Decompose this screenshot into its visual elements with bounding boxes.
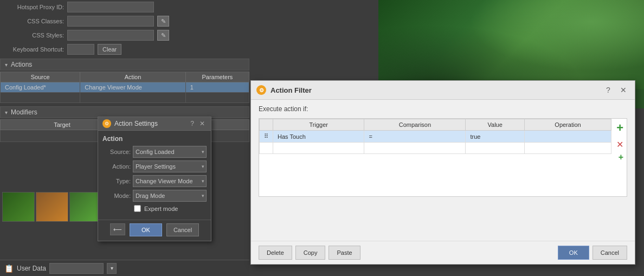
table-row[interactable]: ⠿ Has Touch = true bbox=[260, 131, 611, 143]
action-settings-footer: ⟵ OK Cancel bbox=[98, 220, 211, 241]
expert-mode-checkbox[interactable] bbox=[134, 205, 141, 212]
action-settings-body: Action Source: Config Loaded On Click On… bbox=[98, 131, 211, 220]
keyboard-shortcut-label: Keyboard Shortcut: bbox=[4, 46, 64, 53]
action-filter-help-button[interactable]: ? bbox=[602, 84, 614, 96]
action-filter-cancel-button[interactable]: Cancel bbox=[593, 246, 627, 260]
mode-select-wrapper: Drag Mode Auto Mode VR Mode ▾ bbox=[133, 190, 207, 202]
actions-col-parameters: Parameters bbox=[185, 72, 249, 82]
source-label: Source: bbox=[102, 149, 131, 155]
actions-arrow-icon: ▾ bbox=[5, 62, 8, 68]
af-footer-right-buttons: OK Cancel bbox=[558, 246, 627, 260]
action-select[interactable]: Player Settings Change Viewer Mode Play … bbox=[133, 161, 207, 172]
af-operation-cell bbox=[524, 143, 611, 154]
af-value-cell: true bbox=[466, 131, 525, 143]
actions-table: Source Action Parameters Config Loaded* … bbox=[0, 72, 249, 103]
expert-mode-row: Expert mode bbox=[102, 205, 207, 212]
af-row-delete-button[interactable]: ✕ bbox=[616, 139, 623, 150]
af-col-comparison: Comparison bbox=[364, 119, 466, 131]
type-select[interactable]: Change Viewer Mode Start Tour Stop Tour bbox=[133, 175, 207, 187]
action-settings-dialog: ⚙ Action Settings ? ✕ Action Source: Con… bbox=[98, 117, 211, 241]
action-select-wrapper: Player Settings Change Viewer Mode Play … bbox=[133, 161, 207, 172]
action-settings-help-button[interactable]: ? bbox=[189, 120, 196, 127]
action-filter-title: Action Filter bbox=[271, 86, 312, 94]
action-settings-left-icon-button[interactable]: ⟵ bbox=[110, 223, 125, 235]
af-row-add-row-button[interactable]: + bbox=[619, 152, 623, 162]
action-filter-body: Execute action if: + Trigger Comparison … bbox=[251, 100, 635, 202]
af-col-value: Value bbox=[466, 119, 525, 131]
mode-select[interactable]: Drag Mode Auto Mode VR Mode bbox=[133, 190, 207, 202]
action-filter-copy-button[interactable]: Copy bbox=[295, 246, 326, 260]
action-filter-paste-button[interactable]: Paste bbox=[329, 246, 360, 260]
action-source-cell: Config Loaded* bbox=[1, 82, 80, 93]
css-styles-row: CSS Styles: ✎ bbox=[0, 28, 249, 42]
action-filter-add-button[interactable]: + bbox=[616, 121, 623, 135]
action-settings-title-content: ⚙ Action Settings bbox=[102, 119, 158, 128]
css-styles-input[interactable] bbox=[67, 30, 154, 41]
bottom-search-input[interactable] bbox=[49, 263, 104, 274]
action-filter-execute-label: Execute action if: bbox=[259, 105, 627, 113]
af-value-cell bbox=[466, 143, 525, 154]
action-filter-title-content: ⚙ Action Filter bbox=[256, 85, 312, 95]
action-parameters-cell: 1 bbox=[185, 82, 249, 93]
type-label: Type: bbox=[102, 178, 131, 184]
thumbnail[interactable] bbox=[36, 192, 68, 222]
action-settings-cancel-button[interactable]: Cancel bbox=[166, 223, 199, 236]
mode-field-row: Mode: Drag Mode Auto Mode VR Mode ▾ bbox=[102, 190, 207, 202]
css-classes-label: CSS Classes: bbox=[4, 18, 64, 24]
actions-section-label: Actions bbox=[11, 61, 32, 68]
action-filter-dialog: ⚙ Action Filter ? ✕ Execute action if: +… bbox=[250, 80, 635, 265]
thumbnail[interactable] bbox=[69, 192, 102, 222]
action-settings-icon: ⚙ bbox=[102, 119, 111, 128]
hotspot-proxy-label: Hotspot Proxy ID: bbox=[4, 4, 64, 10]
css-styles-edit-button[interactable]: ✎ bbox=[157, 30, 169, 41]
user-data-icon: 📋 bbox=[4, 264, 14, 273]
css-classes-edit-button[interactable]: ✎ bbox=[157, 16, 169, 27]
action-filter-table: Trigger Comparison Value Operation ⠿ Has… bbox=[259, 119, 611, 154]
action-label: Action: bbox=[102, 163, 131, 170]
type-field-row: Type: Change Viewer Mode Start Tour Stop… bbox=[102, 175, 207, 187]
table-row[interactable] bbox=[260, 143, 611, 154]
source-select-wrapper: Config Loaded On Click On Load ▾ bbox=[133, 146, 207, 158]
af-footer-left-buttons: Delete Copy Paste bbox=[259, 246, 360, 260]
bottom-dropdown-button[interactable]: ▾ bbox=[107, 263, 117, 274]
af-trigger-cell bbox=[273, 143, 364, 154]
action-filter-ok-button[interactable]: OK bbox=[558, 246, 589, 260]
action-settings-title-bar: ⚙ Action Settings ? ✕ bbox=[98, 117, 211, 131]
modifiers-arrow-icon: ▾ bbox=[5, 110, 8, 115]
af-col-handle bbox=[260, 119, 273, 131]
modifiers-section-label: Modifiers bbox=[11, 108, 37, 116]
action-action-cell bbox=[80, 93, 186, 103]
source-field-row: Source: Config Loaded On Click On Load ▾ bbox=[102, 146, 207, 158]
action-filter-title-bar: ⚙ Action Filter ? ✕ bbox=[251, 81, 635, 100]
keyboard-shortcut-input[interactable] bbox=[67, 44, 94, 55]
thumbnail[interactable] bbox=[2, 192, 35, 222]
action-parameters-cell bbox=[185, 93, 249, 103]
type-select-wrapper: Change Viewer Mode Start Tour Stop Tour … bbox=[133, 175, 207, 187]
af-col-trigger: Trigger bbox=[273, 119, 364, 131]
af-operation-cell bbox=[524, 131, 611, 143]
action-filter-footer: Delete Copy Paste OK Cancel bbox=[251, 241, 635, 264]
css-classes-input[interactable] bbox=[67, 16, 154, 27]
action-filter-close-button[interactable]: ✕ bbox=[617, 84, 629, 96]
af-row-handle: ⠿ bbox=[260, 131, 273, 143]
af-comparison-cell bbox=[364, 143, 466, 154]
action-settings-title: Action Settings bbox=[114, 120, 158, 127]
css-classes-row: CSS Classes: ✎ bbox=[0, 14, 249, 28]
action-filter-icon: ⚙ bbox=[256, 85, 266, 95]
af-row-handle bbox=[260, 143, 273, 154]
action-filter-title-buttons: ? ✕ bbox=[602, 84, 629, 96]
action-filter-delete-button[interactable]: Delete bbox=[259, 246, 292, 260]
actions-col-source: Source bbox=[1, 72, 80, 82]
table-row[interactable]: Config Loaded* Change Viewer Mode 1 bbox=[1, 82, 249, 93]
actions-section-header[interactable]: ▾ Actions bbox=[0, 59, 249, 70]
action-settings-ok-button[interactable]: OK bbox=[130, 223, 162, 236]
action-field-row: Action: Player Settings Change Viewer Mo… bbox=[102, 161, 207, 172]
source-select[interactable]: Config Loaded On Click On Load bbox=[133, 146, 207, 158]
table-row[interactable] bbox=[1, 93, 249, 103]
mode-label: Mode: bbox=[102, 192, 131, 199]
action-filter-table-area: + Trigger Comparison Value Operation ⠿ H… bbox=[259, 118, 627, 197]
hotspot-proxy-input[interactable] bbox=[67, 2, 154, 12]
action-settings-close-button[interactable]: ✕ bbox=[198, 120, 207, 127]
clear-button[interactable]: Clear bbox=[98, 44, 121, 55]
keyboard-shortcut-row: Keyboard Shortcut: Clear bbox=[0, 42, 249, 56]
